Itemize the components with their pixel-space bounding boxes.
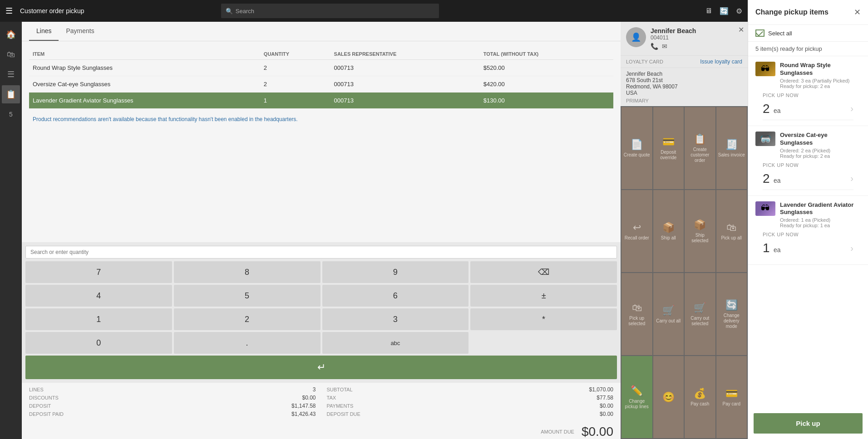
num-enter[interactable]: ↵ xyxy=(25,356,617,379)
loyalty-action[interactable]: Issue loyalty card xyxy=(700,59,742,65)
pos-pick-up-all[interactable]: 🛍 Pick up all xyxy=(716,190,747,272)
amount-due-label: Amount Due xyxy=(541,429,574,434)
pos-carry-out-selected[interactable]: 🛒 Carry out selected xyxy=(685,273,715,355)
address-row: Jennifer Beach 678 South 21st Redmond, W… xyxy=(621,68,748,106)
num-7[interactable]: 7 xyxy=(25,261,172,283)
carry-out-selected-icon: 🛒 xyxy=(694,302,706,314)
create-quote-icon: 📄 xyxy=(631,139,643,151)
num-8[interactable]: 8 xyxy=(174,261,321,283)
num-plusminus[interactable]: ± xyxy=(470,285,617,307)
pos-pick-up-selected[interactable]: 🛍 Pick up selected xyxy=(621,273,652,355)
pos-action-13[interactable]: 😊 xyxy=(653,356,684,438)
col-total: Total (without tax) xyxy=(480,49,613,60)
item-ready-1: Ready for pickup: 2 ea xyxy=(780,83,861,89)
customer-name: Jennifer Beach xyxy=(651,27,742,34)
pos-ship-all[interactable]: 📦 Ship all xyxy=(653,190,684,272)
deposit-override-icon: 💳 xyxy=(662,136,675,148)
carry-out-all-icon: 🛒 xyxy=(662,305,675,317)
num-5[interactable]: 5 xyxy=(174,285,321,307)
row-total: $520.00 xyxy=(480,60,613,76)
num-abc[interactable]: abc xyxy=(322,332,469,354)
email-icon[interactable]: ✉ xyxy=(662,43,667,50)
refresh-icon[interactable]: 🔄 xyxy=(720,7,729,15)
pickup-item: 🕶 Round Wrap Style Sunglasses Ordered: 3… xyxy=(748,56,868,126)
pickup-arrow-3[interactable]: › xyxy=(850,243,853,254)
loyalty-label: Loyalty Card xyxy=(626,59,663,64)
monitor-icon[interactable]: 🖥 xyxy=(705,7,712,15)
pay-cash-label: Pay cash xyxy=(690,401,709,407)
pos-deposit-override[interactable]: 💳 Deposit override xyxy=(653,107,684,189)
select-all-row[interactable]: Select all xyxy=(748,25,868,42)
pickup-item: 🥽 Oversize Cat-eye Sunglasses Ordered: 2… xyxy=(748,126,868,196)
pos-change-delivery-mode[interactable]: 🔄 Change delivery mode xyxy=(716,273,747,355)
change-pickup-lines-icon: ✏️ xyxy=(631,385,643,397)
lines-area: Item Quantity Sales Representative Total… xyxy=(22,41,621,242)
num-4[interactable]: 4 xyxy=(25,285,172,307)
row-total: $130.00 xyxy=(480,93,613,109)
pos-ship-selected[interactable]: 📦 Ship selected xyxy=(685,190,715,272)
address-line3: USA xyxy=(626,90,742,96)
create-quote-label: Create quote xyxy=(624,152,650,158)
sales-invoice-label: Sales invoice xyxy=(718,152,745,158)
pickup-button[interactable]: Pick up xyxy=(754,413,863,434)
pos-carry-out-all[interactable]: 🛒 Carry out all xyxy=(653,273,684,355)
pos-pay-cash[interactable]: 💰 Pay cash xyxy=(685,356,715,438)
left-nav: 🏠 🛍 ☰ 📋 5 xyxy=(0,22,22,439)
item-name-2: Oversize Cat-eye Sunglasses xyxy=(780,132,861,147)
recall-order-icon: ↩ xyxy=(633,222,641,234)
num-2[interactable]: 2 xyxy=(174,308,321,330)
pickup-qty-2: 2 ea xyxy=(763,171,781,186)
menu-icon[interactable]: ☰ xyxy=(5,6,13,16)
numpad-search[interactable] xyxy=(25,246,617,259)
pos-create-customer-order[interactable]: 📋 Create customer order xyxy=(685,107,715,189)
num-decimal[interactable]: . xyxy=(174,332,321,354)
subtotal-value: $1,070.00 xyxy=(589,386,613,393)
table-row[interactable]: Round Wrap Style Sunglasses 2 000713 $52… xyxy=(29,60,613,76)
num-3[interactable]: 3 xyxy=(322,308,469,330)
table-row[interactable]: Oversize Cat-eye Sunglasses 2 000713 $42… xyxy=(29,76,613,93)
nav-orders[interactable]: 🛍 xyxy=(2,45,20,63)
subtotal-label: Subtotal xyxy=(327,387,353,392)
item-thumbnail-1: 🕶 xyxy=(755,62,775,76)
pos-create-quote[interactable]: 📄 Create quote xyxy=(621,107,652,189)
nav-list[interactable]: 📋 xyxy=(2,85,20,103)
num-multiply[interactable]: * xyxy=(470,308,617,330)
pickup-close-icon[interactable]: ✕ xyxy=(854,7,861,17)
search-bar[interactable]: 🔍 Search xyxy=(221,4,439,18)
customer-close-icon[interactable]: ✕ xyxy=(738,25,744,34)
select-all-checkbox[interactable] xyxy=(755,29,764,37)
tab-lines[interactable]: Lines xyxy=(29,22,59,41)
table-row[interactable]: Lavender Gradient Aviator Sunglasses 1 0… xyxy=(29,93,613,109)
customer-info: 👤 Jennifer Beach 004011 📞 ✉ ✕ xyxy=(621,22,748,55)
nav-number[interactable]: 5 xyxy=(2,105,20,123)
num-backspace[interactable]: ⌫ xyxy=(470,261,617,283)
pickup-qty-1: 2 ea xyxy=(763,102,781,116)
sales-invoice-icon: 🧾 xyxy=(725,139,738,151)
phone-icon[interactable]: 📞 xyxy=(651,43,658,50)
deposit-label: Deposit xyxy=(29,403,51,409)
pos-sales-invoice[interactable]: 🧾 Sales invoice xyxy=(716,107,747,189)
nav-home[interactable]: 🏠 xyxy=(2,25,20,44)
num-1[interactable]: 1 xyxy=(25,308,172,330)
num-9[interactable]: 9 xyxy=(322,261,469,283)
pos-recall-order[interactable]: ↩ Recall order xyxy=(621,190,652,272)
topbar: ☰ Customer order pickup 🔍 Search 🖥 🔄 ⚙ xyxy=(0,0,748,22)
row-rep: 000713 xyxy=(330,60,480,76)
pickup-item: 🕶 Lavender Gradient Aviator Sunglasses O… xyxy=(748,196,868,265)
pos-change-pickup-lines[interactable]: ✏️ Change pickup lines xyxy=(621,356,652,438)
main-content: Lines Payments Item Quantity Sales Repre… xyxy=(22,22,621,439)
row-rep: 000713 xyxy=(330,76,480,93)
settings-icon[interactable]: ⚙ xyxy=(736,7,742,15)
pickup-arrow-1[interactable]: › xyxy=(850,103,853,114)
ship-all-label: Ship all xyxy=(661,235,676,241)
nav-menu[interactable]: ☰ xyxy=(2,65,20,83)
amount-due-value: $0.00 xyxy=(582,424,613,439)
tab-payments[interactable]: Payments xyxy=(59,22,101,41)
ship-all-icon: 📦 xyxy=(662,222,675,234)
pos-pay-card[interactable]: 💳 Pay card xyxy=(716,356,747,438)
pickup-arrow-2[interactable]: › xyxy=(850,173,853,184)
num-6[interactable]: 6 xyxy=(322,285,469,307)
num-0[interactable]: 0 xyxy=(25,332,172,354)
row-total: $420.00 xyxy=(480,76,613,93)
create-customer-order-label: Create customer order xyxy=(686,147,714,163)
